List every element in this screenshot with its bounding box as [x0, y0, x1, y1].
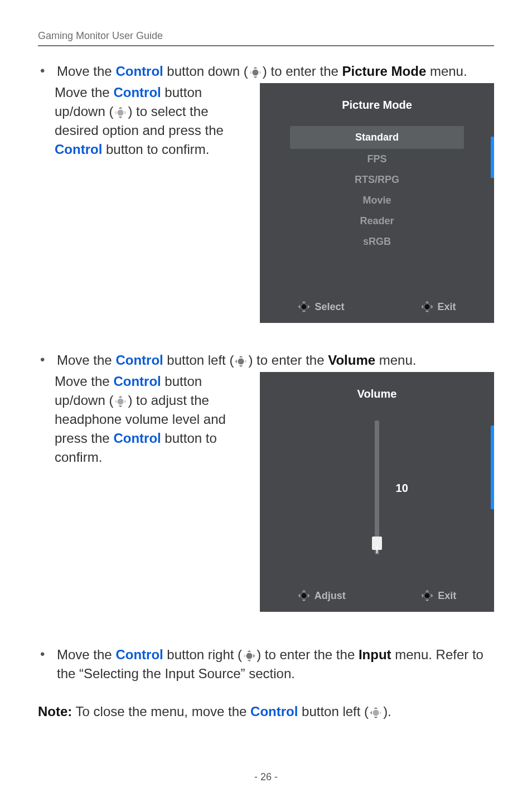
svg-marker-33 [298, 593, 300, 597]
osd-title: Picture Mode [260, 99, 494, 112]
header-rule [38, 45, 494, 46]
picture-mode-item-standard[interactable]: Standard [290, 126, 464, 149]
control-label: Control [113, 374, 161, 389]
document-page: Gaming Monitor User Guide • Move the Con… [0, 0, 532, 802]
joystick-lr-icon [421, 301, 433, 313]
osd-select-hint: Select [298, 301, 344, 313]
text: menu. [426, 64, 467, 79]
svg-marker-47 [374, 717, 378, 718]
text: To close the menu, move the [72, 704, 250, 719]
picture-mode-osd: Picture Mode Standard FPS RTS/RPG Movie … [260, 83, 494, 323]
volume-slider-area: 10 [260, 415, 494, 560]
svg-point-15 [424, 304, 430, 310]
osd-scroll-highlight [491, 426, 494, 509]
volume-slider-tick [376, 547, 378, 553]
svg-marker-32 [302, 600, 306, 601]
bullet-input: • Move the Control button right () to en… [38, 645, 494, 683]
svg-point-35 [424, 593, 431, 599]
svg-marker-24 [245, 359, 247, 363]
svg-marker-27 [119, 405, 123, 407]
osd-exit-label: Exit [438, 590, 456, 602]
svg-marker-8 [115, 110, 117, 114]
svg-marker-23 [235, 359, 237, 363]
svg-marker-38 [422, 593, 423, 597]
text: Move the [55, 85, 113, 100]
osd-scroll-highlight [491, 137, 494, 178]
svg-marker-31 [302, 590, 306, 592]
picture-mode-desc: Move the Control button up/down () to se… [55, 83, 249, 159]
svg-marker-22 [239, 365, 243, 367]
text: button down ( [163, 64, 248, 79]
volume-slider-track[interactable] [375, 421, 379, 554]
control-label: Control [115, 647, 163, 662]
svg-marker-7 [119, 117, 123, 118]
text: Move the [57, 352, 115, 368]
picture-mode-label: Picture Mode [342, 64, 427, 79]
picture-mode-item-movie[interactable]: Movie [290, 190, 464, 211]
svg-marker-17 [425, 311, 429, 312]
picture-mode-list: FPS RTS/RPG Movie Reader sRGB [290, 149, 464, 252]
svg-marker-48 [370, 711, 372, 714]
text: button left ( [163, 352, 234, 368]
picture-mode-item-srgb[interactable]: sRGB [290, 231, 464, 252]
control-label: Control [115, 64, 163, 79]
volume-value: 10 [396, 482, 408, 495]
bullet-picture-mode: • Move the Control button down () to ent… [38, 62, 494, 81]
control-label: Control [250, 704, 298, 719]
osd-adjust-hint: Adjust [298, 590, 346, 602]
control-label: Control [113, 85, 161, 100]
joystick-left-icon [370, 707, 382, 719]
bullet-volume: • Move the Control button left () to ent… [38, 351, 494, 370]
text: button to confirm. [102, 142, 209, 157]
osd-footer: Select Exit [260, 301, 494, 313]
picture-mode-item-rtsrpg[interactable]: RTS/RPG [290, 170, 464, 190]
control-label: Control [113, 431, 161, 446]
text: Move the [57, 647, 115, 662]
svg-marker-49 [380, 711, 381, 714]
svg-marker-43 [244, 654, 245, 658]
svg-marker-19 [431, 305, 433, 308]
svg-point-45 [373, 709, 379, 716]
volume-desc: Move the Control button up/down () to ad… [55, 372, 249, 467]
bullet-dot: • [38, 351, 57, 369]
svg-point-10 [301, 304, 307, 310]
osd-title: Volume [260, 388, 494, 400]
svg-marker-46 [374, 707, 378, 709]
svg-marker-44 [253, 654, 255, 658]
svg-point-40 [246, 653, 253, 659]
volume-row: Move the Control button up/down () to ad… [55, 372, 494, 612]
svg-marker-18 [421, 305, 423, 308]
picture-mode-item-reader[interactable]: Reader [290, 211, 464, 231]
joystick-lr-icon [421, 590, 433, 602]
svg-marker-21 [239, 356, 243, 357]
svg-marker-37 [425, 600, 429, 601]
joystick-left-icon [235, 355, 247, 368]
svg-marker-13 [298, 305, 300, 308]
running-header: Gaming Monitor User Guide [38, 30, 494, 42]
svg-marker-12 [302, 311, 306, 312]
joystick-updown-icon [114, 107, 127, 119]
text: ) to enter the [263, 64, 342, 79]
joystick-down-icon [249, 66, 262, 79]
osd-exit-label: Exit [438, 301, 456, 313]
volume-label: Volume [328, 352, 375, 368]
joystick-updown-icon [114, 395, 127, 408]
svg-marker-34 [308, 593, 309, 597]
svg-marker-16 [425, 301, 429, 303]
svg-marker-28 [115, 399, 117, 403]
text: button left ( [298, 704, 369, 719]
note-line: Note: To close the menu, move the Contro… [38, 702, 494, 721]
svg-marker-29 [125, 399, 127, 403]
osd-footer: Adjust Exit [260, 590, 494, 602]
svg-marker-36 [425, 590, 429, 592]
svg-marker-4 [259, 70, 261, 74]
svg-marker-39 [432, 593, 433, 597]
svg-marker-11 [302, 301, 306, 303]
svg-marker-3 [250, 70, 252, 74]
picture-mode-row: Move the Control button up/down () to se… [55, 83, 494, 323]
svg-marker-26 [119, 396, 123, 398]
svg-marker-6 [119, 107, 123, 109]
osd-exit-hint: Exit [421, 301, 456, 313]
picture-mode-item-fps[interactable]: FPS [290, 149, 464, 170]
svg-point-30 [301, 593, 307, 599]
